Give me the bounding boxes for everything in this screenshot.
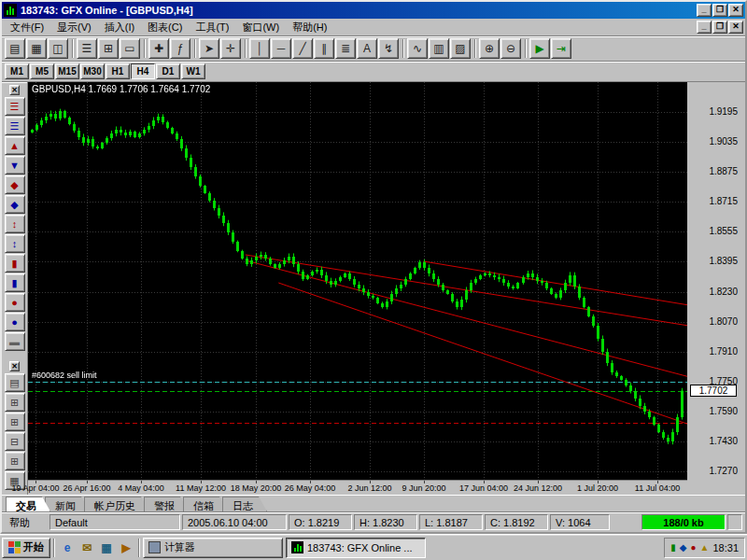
object-tool-11-button[interactable]: ● — [5, 293, 25, 312]
outlook-icon[interactable]: ✉ — [78, 539, 96, 557]
market-watch-button[interactable]: ☰ — [77, 38, 97, 59]
ie-icon[interactable]: e — [58, 539, 77, 557]
date-axis-label: 4 May 04:00 — [118, 483, 164, 493]
toolbar-separator — [194, 39, 196, 58]
vertical-line-button[interactable]: │ — [249, 38, 270, 59]
channel-button[interactable]: ∥ — [314, 38, 334, 59]
object-tool-5-button[interactable]: ◆ — [5, 175, 25, 194]
network-icon[interactable]: ● — [691, 543, 697, 553]
menu-insert[interactable]: 插入(I) — [98, 19, 141, 36]
menu-view[interactable]: 显示(V) — [50, 19, 98, 36]
grid-tool-1-button[interactable]: ⊞ — [5, 393, 25, 412]
object-tool-4-button[interactable]: ▼ — [5, 156, 25, 175]
fibonacci-button[interactable]: ≣ — [335, 38, 356, 59]
expert-advisors-button[interactable]: ƒ — [170, 38, 190, 59]
tab-日志[interactable]: 日志 — [222, 497, 267, 511]
horizontal-line-button[interactable]: ─ — [271, 38, 291, 59]
timeframe-h1-button[interactable]: H1 — [106, 63, 130, 79]
volume-icon[interactable]: ◆ — [680, 543, 687, 553]
object-tool-7-button[interactable]: ↕ — [5, 215, 25, 233]
timeframe-w1-button[interactable]: W1 — [181, 63, 205, 79]
text-button[interactable]: A — [357, 38, 377, 59]
start-button[interactable]: 开始 — [2, 538, 50, 558]
tab-帐户历史[interactable]: 帐户历史 — [84, 497, 149, 511]
trendline-button[interactable]: ╱ — [292, 38, 313, 59]
navigator-button[interactable]: ⊞ — [98, 38, 119, 59]
object-tool-12-button[interactable]: ● — [5, 313, 25, 331]
toolbar-separator — [525, 39, 527, 58]
task-button-gfx-online[interactable]: 183743: GFX Online ... — [286, 538, 426, 558]
minimize-button[interactable]: _ — [697, 4, 712, 17]
windows-logo-icon — [8, 541, 21, 553]
price-scale[interactable]: 1.7702 1.91951.90351.88751.87151.85551.8… — [688, 82, 741, 480]
left-toolbar-close-button-2[interactable]: ✕ — [9, 361, 20, 371]
chart-windows-button[interactable]: ◫ — [48, 38, 68, 59]
tab-交易[interactable]: 交易 — [6, 497, 50, 511]
close-button[interactable]: ✕ — [728, 4, 743, 17]
child-restore-button[interactable]: ❐ — [712, 21, 727, 34]
terminal-button[interactable]: ▭ — [120, 38, 140, 59]
price-scale-label: 1.8875 — [709, 166, 738, 176]
object-tool-1-button[interactable]: ☰ — [5, 97, 25, 116]
title-bar: 183743: GFX Online - [GBPUSD,H4] _❐✕ — [2, 2, 745, 19]
object-tool-2-button[interactable]: ☰ — [5, 117, 25, 135]
timeframe-m15-button[interactable]: M15 — [55, 63, 79, 79]
menu-file[interactable]: 文件(F) — [4, 19, 50, 36]
menu-window[interactable]: 窗口(W) — [235, 19, 286, 36]
task-button-calculator[interactable]: 计算器 — [143, 538, 283, 558]
antivirus-icon[interactable]: ▮ — [670, 543, 676, 553]
crosshair-button[interactable]: ✛ — [220, 38, 241, 59]
status-profile: Default — [49, 514, 180, 530]
status-bar: 帮助 Default 2005.06.10 04:00 O: 1.8219 H:… — [2, 511, 745, 532]
grid-tool-3-button[interactable]: ⊟ — [5, 432, 25, 451]
date-axis[interactable]: 19 Apr 04:0026 Apr 16:004 May 04:0011 Ma… — [28, 480, 687, 495]
chart-plot-area[interactable]: GBPUSD,H4 1.7669 1.7706 1.7664 1.7702 #6… — [28, 82, 687, 480]
menu-charts[interactable]: 图表(C) — [141, 19, 189, 36]
ime-icon[interactable]: ▲ — [700, 543, 710, 553]
menu-tools[interactable]: 工具(T) — [189, 19, 235, 36]
timeframe-h4-button[interactable]: H4 — [131, 63, 155, 79]
indicators-button[interactable]: ∿ — [407, 38, 428, 59]
object-tool-6-button[interactable]: ◆ — [5, 195, 25, 214]
arrow-marks-button[interactable]: ↯ — [378, 38, 399, 59]
left-toolbar-close-button[interactable]: ✕ — [9, 85, 20, 95]
child-close-button[interactable]: ✕ — [728, 21, 743, 34]
menu-help[interactable]: 帮助(H) — [286, 19, 333, 36]
tab-信箱[interactable]: 信箱 — [183, 497, 228, 511]
tab-新闻[interactable]: 新闻 — [45, 497, 90, 511]
candlestick-chart-canvas[interactable] — [28, 82, 687, 480]
tab-警报[interactable]: 警报 — [144, 497, 189, 511]
child-minimize-button[interactable]: _ — [697, 21, 712, 34]
restore-button[interactable]: ❐ — [712, 4, 727, 17]
new-order-button[interactable]: ✚ — [148, 38, 169, 59]
calculator-icon — [148, 541, 161, 553]
new-chart-button[interactable]: ▤ — [5, 38, 25, 59]
object-tool-8-button[interactable]: ↕ — [5, 234, 25, 253]
chart-shift-button[interactable]: ⇥ — [551, 38, 571, 59]
date-axis-label: 17 Jun 04:00 — [459, 483, 508, 493]
toolbar-separator — [474, 39, 476, 58]
show-desktop-icon[interactable]: ▦ — [97, 539, 116, 557]
object-tool-3-button[interactable]: ▲ — [5, 136, 25, 155]
gfx-app-icon — [291, 541, 303, 553]
zoom-in-button[interactable]: ⊕ — [479, 38, 500, 59]
cursor-button[interactable]: ➤ — [199, 38, 219, 59]
templates-button[interactable]: ▨ — [450, 38, 471, 59]
object-tool-13-button[interactable]: ▬ — [5, 332, 25, 351]
status-high: H: 1.8230 — [354, 514, 417, 530]
timeframe-m1-button[interactable]: M1 — [5, 63, 29, 79]
date-axis-label: 9 Jun 20:00 — [402, 483, 445, 493]
auto-scroll-button[interactable]: ▶ — [529, 38, 550, 59]
timeframe-m5-button[interactable]: M5 — [30, 63, 54, 79]
timeframe-m30-button[interactable]: M30 — [80, 63, 105, 79]
periods-button[interactable]: ▥ — [429, 38, 449, 59]
grid-tool-2-button[interactable]: ⊞ — [5, 413, 25, 431]
object-tool-9-button[interactable]: ▮ — [5, 254, 25, 273]
object-tool-10-button[interactable]: ▮ — [5, 273, 25, 292]
print-tool-button[interactable]: ▤ — [5, 373, 25, 392]
grid-tool-4-button[interactable]: ⊞ — [5, 452, 25, 470]
media-player-icon[interactable]: ▶ — [117, 539, 135, 557]
timeframe-d1-button[interactable]: D1 — [156, 63, 180, 79]
zoom-out-button[interactable]: ⊖ — [500, 38, 521, 59]
profiles-button[interactable]: ▦ — [26, 38, 47, 59]
